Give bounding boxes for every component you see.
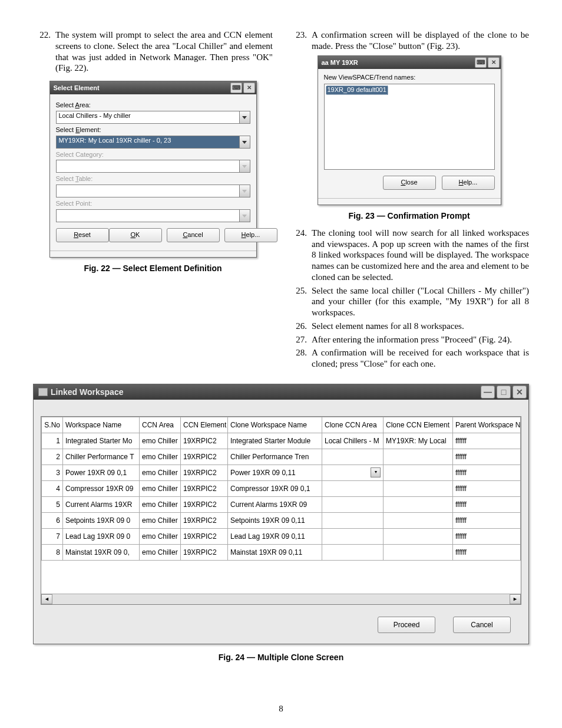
dialog-titlebar[interactable]: aa MY 19XR ⌨ ✕: [318, 56, 501, 69]
help-button[interactable]: Help...: [224, 228, 277, 242]
table-cell[interactable]: Lead Lag 19XR 09 0,11: [228, 528, 322, 544]
select-area-field[interactable]: Local Chillers - My chiller: [56, 111, 240, 124]
table-cell[interactable]: [322, 528, 384, 544]
table-cell[interactable]: [322, 496, 384, 512]
table-row[interactable]: 5Current Alarms 19XRemo Chiller19XRPIC2C…: [42, 496, 521, 512]
table-cell[interactable]: [322, 480, 384, 496]
dialog-title: aa MY 19XR: [322, 56, 474, 69]
select-table-label: Select Table:: [56, 175, 250, 183]
table-cell[interactable]: Power 19XR 09 0,11: [228, 465, 322, 480]
table-cell: Compressor 19XR 09: [63, 480, 140, 496]
close-button[interactable]: Close: [383, 176, 436, 190]
table-cell[interactable]: Setpoints 19XR 09 0,11: [228, 512, 322, 528]
scroll-right-icon[interactable]: ►: [510, 594, 521, 604]
chevron-down-icon[interactable]: [240, 136, 250, 149]
list-item[interactable]: 19XR_09 default001: [326, 85, 388, 95]
table-cell: emo Chiller: [140, 496, 181, 512]
scroll-left-icon[interactable]: ◄: [41, 594, 52, 604]
table-cell[interactable]: [322, 544, 384, 560]
table-cell[interactable]: Compressor 19XR 09 0,1: [228, 480, 322, 496]
table-row[interactable]: 3Power 19XR 09 0,1emo Chiller19XRPIC2Pow…: [42, 465, 521, 480]
table-cell: 19XRPIC2: [181, 544, 228, 560]
svg-marker-1: [242, 141, 247, 144]
page-number: 8: [0, 704, 562, 714]
table-row[interactable]: 2Chiller Performance Temo Chiller19XRPIC…: [42, 449, 521, 465]
table-cell: emo Chiller: [140, 528, 181, 544]
table-cell[interactable]: [384, 496, 453, 512]
table-cell[interactable]: MY19XR: My Local: [384, 433, 453, 449]
table-row[interactable]: 7Lead Lag 19XR 09 0emo Chiller19XRPIC2Le…: [42, 528, 521, 544]
table-cell[interactable]: ▾: [322, 465, 384, 480]
workspace-table[interactable]: S.NoWorkspace NameCCN AreaCCN ElementClo…: [41, 417, 521, 561]
instruction-step: 26.Select element names for all 8 worksp…: [289, 321, 529, 332]
table-row[interactable]: 8Mainstat 19XR 09 0,emo Chiller19XRPIC2M…: [42, 544, 521, 560]
table-cell[interactable]: [384, 512, 453, 528]
table-header-row: S.NoWorkspace NameCCN AreaCCN ElementClo…: [42, 417, 521, 433]
keyboard-icon[interactable]: ⌨: [230, 83, 242, 93]
table-cell: emo Chiller: [140, 449, 181, 465]
table-cell[interactable]: ffffff: [453, 465, 521, 480]
figure-24-caption: Fig. 24 — Multiple Clone Screen: [33, 653, 529, 662]
chevron-down-icon[interactable]: ▾: [371, 467, 381, 477]
close-icon[interactable]: ✕: [513, 386, 527, 398]
minimize-icon[interactable]: —: [481, 386, 495, 398]
proceed-button[interactable]: Proceed: [378, 617, 435, 633]
table-cell[interactable]: [384, 528, 453, 544]
instruction-step: 25.Select the same local chiller ("Local…: [289, 285, 529, 318]
names-listbox[interactable]: 19XR_09 default001: [324, 84, 495, 170]
table-row[interactable]: 1Integrated Starter Moemo Chiller19XRPIC…: [42, 433, 521, 449]
table-cell[interactable]: Local Chillers - M: [322, 433, 384, 449]
table-cell[interactable]: ffffff: [453, 480, 521, 496]
table-cell[interactable]: [384, 449, 453, 465]
table-cell: emo Chiller: [140, 544, 181, 560]
cancel-button[interactable]: Cancel: [167, 228, 220, 242]
table-cell[interactable]: [384, 544, 453, 560]
table-header: Clone Workspace Name: [228, 417, 322, 433]
dialog-titlebar[interactable]: Select Element ⌨ ✕: [50, 81, 256, 94]
table-cell[interactable]: Integrated Starter Module: [228, 433, 322, 449]
keyboard-icon[interactable]: ⌨: [475, 57, 487, 68]
horizontal-scrollbar[interactable]: ◄ ►: [41, 594, 521, 604]
table-cell[interactable]: ffffff: [453, 512, 521, 528]
select-point-label: Select Point:: [56, 200, 250, 208]
cancel-button[interactable]: Cancel: [453, 617, 511, 633]
table-cell: 19XRPIC2: [181, 449, 228, 465]
status-bar: [50, 251, 256, 257]
table-row[interactable]: 4Compressor 19XR 09emo Chiller19XRPIC2Co…: [42, 480, 521, 496]
chevron-down-icon[interactable]: [240, 111, 250, 124]
table-cell[interactable]: Mainstat 19XR 09 0,11: [228, 544, 322, 560]
instruction-step: 22.The system will prompt to select the …: [33, 29, 273, 74]
reset-button[interactable]: Reset: [56, 228, 109, 242]
table-cell[interactable]: [322, 449, 384, 465]
table-cell: emo Chiller: [140, 433, 181, 449]
table-cell[interactable]: [384, 465, 453, 480]
svg-marker-3: [242, 190, 247, 193]
table-cell: Chiller Performance T: [63, 449, 140, 465]
table-cell[interactable]: ffffff: [453, 449, 521, 465]
select-element-field[interactable]: MY19XR: My Local 19XR chiller - 0, 23: [56, 136, 240, 149]
table-cell[interactable]: [322, 512, 384, 528]
table-cell[interactable]: ffffff: [453, 496, 521, 512]
table-cell: 1: [42, 433, 63, 449]
table-cell: Lead Lag 19XR 09 0: [63, 528, 140, 544]
instruction-step: 27.After entering the information press …: [289, 334, 529, 345]
close-icon[interactable]: ✕: [243, 83, 255, 93]
dialog-titlebar[interactable]: Linked Workspace — □ ✕: [34, 384, 528, 400]
table-cell[interactable]: Current Alarms 19XR 09: [228, 496, 322, 512]
close-icon[interactable]: ✕: [488, 57, 500, 68]
table-cell[interactable]: [384, 480, 453, 496]
table-cell: emo Chiller: [140, 512, 181, 528]
ok-button[interactable]: OK: [109, 228, 162, 242]
step-list-right: 23.A confirmation screen will be display…: [289, 29, 529, 52]
table-cell: Power 19XR 09 0,1: [63, 465, 140, 480]
table-header: CCN Area: [140, 417, 181, 433]
table-cell: 3: [42, 465, 63, 480]
table-row[interactable]: 6Setpoints 19XR 09 0emo Chiller19XRPIC2S…: [42, 512, 521, 528]
help-button[interactable]: Help...: [442, 176, 495, 190]
select-area-label: Select Area:: [56, 101, 250, 110]
table-cell[interactable]: ffffff: [453, 544, 521, 560]
table-cell[interactable]: ffffff: [453, 528, 521, 544]
maximize-icon[interactable]: □: [497, 386, 511, 398]
table-cell[interactable]: Chiller Performance Tren: [228, 449, 322, 465]
table-cell[interactable]: ffffff: [453, 433, 521, 449]
